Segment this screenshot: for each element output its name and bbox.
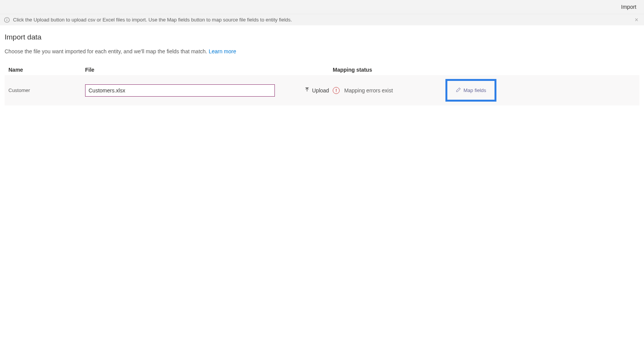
col-header-action-spacer: [434, 67, 636, 73]
action-cell: Map fields: [434, 79, 636, 102]
topbar: Import: [0, 0, 644, 14]
import-button[interactable]: Import: [621, 4, 636, 10]
map-fields-button[interactable]: Map fields: [456, 87, 486, 94]
content-area: Import data Choose the file you want imp…: [0, 25, 644, 113]
file-input[interactable]: [85, 84, 275, 97]
info-banner: Click the Upload button to upload csv or…: [0, 14, 644, 25]
upload-button[interactable]: Upload: [300, 87, 329, 94]
table-header: Name File Mapping status: [5, 67, 639, 75]
info-banner-text: Click the Upload button to upload csv or…: [13, 17, 292, 23]
page-subtitle: Choose the file you want imported for ea…: [5, 48, 639, 54]
col-header-status: Mapping status: [330, 67, 434, 73]
svg-point-2: [7, 18, 7, 19]
file-cell: [85, 84, 300, 97]
status-cell: ! Mapping errors exist: [330, 87, 434, 94]
upload-label: Upload: [312, 87, 329, 94]
col-header-upload-spacer: [300, 67, 330, 73]
page-title: Import data: [5, 33, 639, 41]
col-header-name: Name: [8, 67, 85, 73]
map-fields-highlight: Map fields: [445, 79, 496, 102]
info-icon: [4, 17, 10, 23]
table-row: Customer Upload: [5, 75, 639, 105]
entity-name: Customer: [8, 87, 85, 93]
learn-more-link[interactable]: Learn more: [209, 48, 236, 54]
upload-icon: [304, 87, 310, 94]
error-icon: !: [333, 87, 340, 94]
subtitle-text: Choose the file you want imported for ea…: [5, 48, 209, 54]
col-header-file: File: [85, 67, 300, 73]
pencil-icon: [456, 87, 461, 94]
close-icon[interactable]: ×: [635, 17, 638, 23]
import-table: Name File Mapping status Customer: [5, 67, 639, 105]
status-text: Mapping errors exist: [344, 87, 393, 94]
upload-cell: Upload: [300, 87, 330, 94]
map-fields-label: Map fields: [463, 87, 486, 93]
